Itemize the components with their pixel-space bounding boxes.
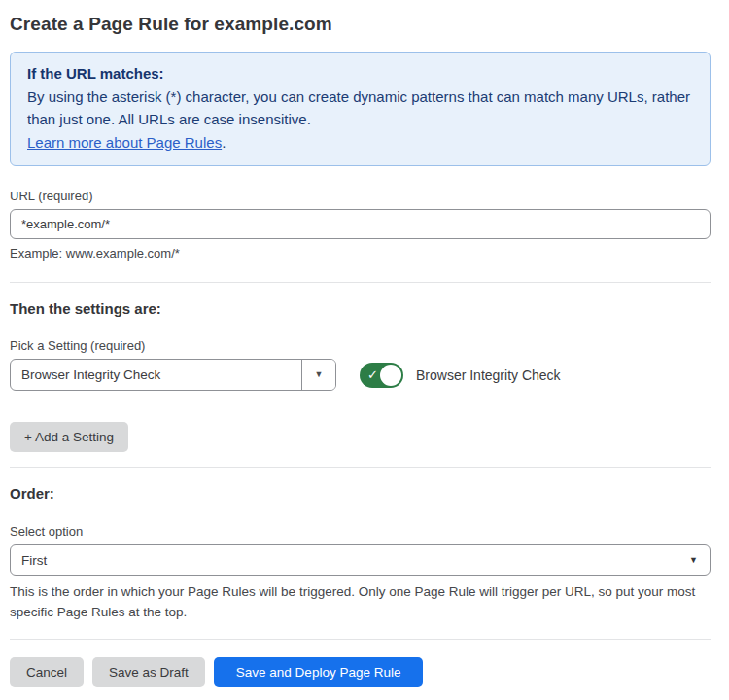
learn-more-link[interactable]: Learn more about Page Rules [27,134,222,151]
setting-dropdown-value: Browser Integrity Check [11,360,301,390]
save-and-deploy-button[interactable]: Save and Deploy Page Rule [214,657,424,687]
cancel-button[interactable]: Cancel [10,657,84,687]
info-box-link-line: Learn more about Page Rules. [27,131,693,155]
link-suffix: . [222,134,226,151]
settings-section-heading: Then the settings are: [10,300,711,317]
divider [10,639,711,640]
pick-setting-label: Pick a Setting (required) [10,338,711,353]
form-actions: Cancel Save as Draft Save and Deploy Pag… [10,657,711,687]
order-help-text: This is the order in which your Page Rul… [10,581,711,622]
divider [10,282,711,283]
select-option-label: Select option [10,524,711,539]
order-section-heading: Order: [10,485,711,502]
url-match-info-box: If the URL matches: By using the asteris… [10,52,711,166]
create-page-rule-form: Create a Page Rule for example.com If th… [0,0,729,700]
divider [10,467,711,468]
setting-dropdown-arrow-button[interactable]: ▼ [301,360,335,390]
toggle-label: Browser Integrity Check [416,368,561,383]
toggle-knob [380,365,401,386]
browser-integrity-toggle[interactable]: ✓ [360,363,403,388]
info-box-body: By using the asterisk (*) character, you… [27,86,693,131]
chevron-down-icon: ▼ [689,556,698,565]
check-icon: ✓ [367,368,378,381]
add-setting-button[interactable]: + Add a Setting [10,422,128,452]
order-select-value: First [21,553,47,568]
info-box-heading: If the URL matches: [27,62,693,86]
url-field-label: URL (required) [10,189,711,203]
setting-row: Browser Integrity Check ▼ ✓ Browser Inte… [10,359,711,391]
save-as-draft-button[interactable]: Save as Draft [92,657,205,687]
chevron-down-icon: ▼ [315,370,324,379]
url-input[interactable] [10,209,711,239]
order-select[interactable]: First ▼ [10,544,711,576]
page-title: Create a Page Rule for example.com [10,14,711,35]
setting-dropdown[interactable]: Browser Integrity Check ▼ [10,359,336,391]
url-example-text: Example: www.example.com/* [10,246,711,261]
